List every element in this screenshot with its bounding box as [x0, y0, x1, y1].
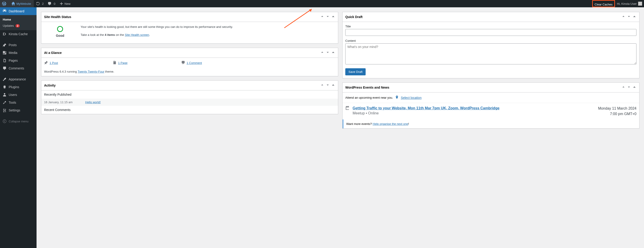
clear-caches-label: Clear Caches: [595, 3, 613, 6]
widget-site-health: Site Health Status Good Your site's heal…: [41, 12, 338, 44]
pin-icon: [2, 43, 7, 47]
sidebar-item-users[interactable]: Users: [0, 91, 36, 99]
widget-header[interactable]: Site Health Status: [41, 12, 338, 22]
organise-link[interactable]: Help organise the next one: [373, 122, 408, 126]
widget-body: Title Content Save Draft: [342, 22, 639, 78]
sidebar-item-posts[interactable]: Posts: [0, 41, 36, 49]
calendar-icon: [345, 106, 350, 117]
admin-sidebar: Dashboard Home Updates 2 Kinsta Cache Po…: [0, 7, 36, 133]
sidebar-item-label: Dashboard: [9, 9, 24, 13]
clear-caches-highlight: Clear Caches: [592, 0, 615, 7]
activity-post-link[interactable]: Hello world!: [85, 100, 101, 104]
wp-logo-menu[interactable]: [0, 0, 9, 7]
updates-badge: 2: [16, 24, 20, 28]
collapse-icon: [2, 119, 7, 124]
media-icon: [2, 50, 7, 55]
sidebar-item-label: Appearance: [9, 78, 26, 81]
activity-date: 16 January, 11:15 am: [44, 100, 85, 104]
sidebar-item-tools[interactable]: Tools: [0, 99, 36, 106]
dashboard-icon: [2, 9, 7, 14]
draft-title-input[interactable]: [345, 29, 636, 36]
dashboard-content: Site Health Status Good Your site's heal…: [36, 7, 644, 133]
activity-recent-comments: Recent Comments: [41, 106, 338, 114]
event-title-link[interactable]: Getting Traffic to your Website, Mon 11t…: [352, 106, 500, 110]
updates-menu[interactable]: 2: [34, 0, 46, 7]
toggle-up-icon[interactable]: [331, 14, 335, 20]
widget-header[interactable]: At a Glance: [41, 48, 338, 58]
menu-separator: [0, 38, 36, 41]
health-indicator: Good: [44, 25, 76, 41]
chevron-down-icon[interactable]: [627, 14, 631, 20]
brush-icon: [2, 77, 7, 82]
comments-menu[interactable]: 0: [46, 0, 57, 7]
sidebar-item-pages[interactable]: Pages: [0, 57, 36, 64]
clear-caches-button[interactable]: Clear Caches: [593, 1, 614, 8]
toggle-up-icon[interactable]: [331, 50, 335, 55]
site-name-menu[interactable]: MyWebsite: [9, 0, 34, 7]
chevron-down-icon[interactable]: [326, 83, 330, 88]
widget-header[interactable]: Activity: [41, 80, 338, 90]
theme-link[interactable]: Twenty Twenty-Four: [78, 70, 104, 73]
health-text: Your site's health is looking good, but …: [80, 25, 335, 41]
sidebar-item-media[interactable]: Media: [0, 49, 36, 57]
event-datetime: Monday 11 March 2024 7:00 pm GMT+0: [598, 106, 636, 117]
glance-comments[interactable]: 1 Comment: [181, 60, 240, 65]
sidebar-item-label: Posts: [9, 43, 17, 47]
sidebar-item-appearance[interactable]: Appearance: [0, 75, 36, 83]
sidebar-item-label: Comments: [9, 66, 24, 70]
toggle-up-icon[interactable]: [632, 14, 636, 20]
toggle-up-icon[interactable]: [632, 85, 636, 90]
user-avatar-icon: [638, 2, 642, 6]
widget-header[interactable]: Quick Draft: [342, 12, 639, 22]
widget-title: At a Glance: [44, 51, 319, 54]
chevron-up-icon[interactable]: [320, 83, 324, 88]
glance-posts[interactable]: 1 Post: [44, 60, 104, 65]
sidebar-item-label: Plugins: [9, 85, 19, 89]
activity-recently-published: Recently Published: [41, 90, 338, 99]
pin-icon: [44, 60, 48, 65]
save-draft-button[interactable]: Save Draft: [345, 68, 366, 75]
sidebar-item-comments[interactable]: Comments: [0, 64, 36, 72]
collapse-menu[interactable]: Collapse menu: [0, 118, 36, 125]
event-item: Getting Traffic to your Website, Mon 11t…: [342, 103, 639, 120]
draft-content-textarea[interactable]: [345, 44, 636, 64]
widget-body: Good Your site's health is looking good,…: [41, 22, 338, 44]
chevron-down-icon[interactable]: [326, 50, 330, 55]
admin-bar: MyWebsite 2 0 New Clear Caches: [0, 0, 644, 7]
greeting-text: Hi, Kinsta User: [617, 2, 637, 6]
chevron-up-icon[interactable]: [320, 14, 324, 20]
sidebar-item-plugins[interactable]: Plugins: [0, 83, 36, 91]
chevron-down-icon[interactable]: [627, 85, 631, 90]
plugin-icon: [2, 85, 7, 89]
site-health-link[interactable]: Site Health screen: [125, 33, 149, 36]
menu-separator: [0, 72, 36, 75]
sidebar-item-kinsta-cache[interactable]: Kinsta Cache: [0, 30, 36, 38]
sidebar-subitem-updates[interactable]: Updates 2: [0, 22, 36, 29]
chevron-down-icon[interactable]: [326, 14, 330, 20]
widget-body: Recently Published 16 January, 11:15 am …: [41, 90, 338, 114]
toggle-up-icon[interactable]: [331, 83, 335, 88]
svg-point-2: [3, 120, 6, 123]
comment-icon: [47, 1, 52, 6]
chevron-up-icon[interactable]: [622, 85, 626, 90]
activity-row: 16 January, 11:15 am Hello world!: [41, 99, 338, 106]
sidebar-subitem-home[interactable]: Home: [0, 16, 36, 22]
sidebar-item-label: Users: [9, 93, 17, 96]
sidebar-item-label: Media: [9, 51, 17, 54]
glance-pages[interactable]: 1 Page: [112, 60, 172, 65]
draft-content-label: Content: [345, 39, 636, 42]
plus-icon: [59, 1, 64, 6]
collapse-label: Collapse menu: [9, 120, 28, 123]
sidebar-item-settings[interactable]: Settings: [0, 106, 36, 114]
widget-header[interactable]: WordPress Events and News: [342, 83, 639, 92]
sidebar-item-dashboard[interactable]: Dashboard: [0, 7, 36, 15]
widget-body: 1 Post 1 Page 1 Comment WordPress 6.4.3 …: [41, 58, 338, 76]
chevron-up-icon[interactable]: [320, 50, 324, 55]
new-content-menu[interactable]: New: [57, 0, 72, 7]
pages-icon: [112, 60, 117, 65]
sliders-icon: [2, 108, 7, 112]
chevron-up-icon[interactable]: [622, 14, 626, 20]
select-location-link[interactable]: Select location: [401, 96, 422, 100]
location-icon[interactable]: [395, 95, 399, 100]
user-greeting[interactable]: Hi, Kinsta User: [615, 0, 644, 7]
